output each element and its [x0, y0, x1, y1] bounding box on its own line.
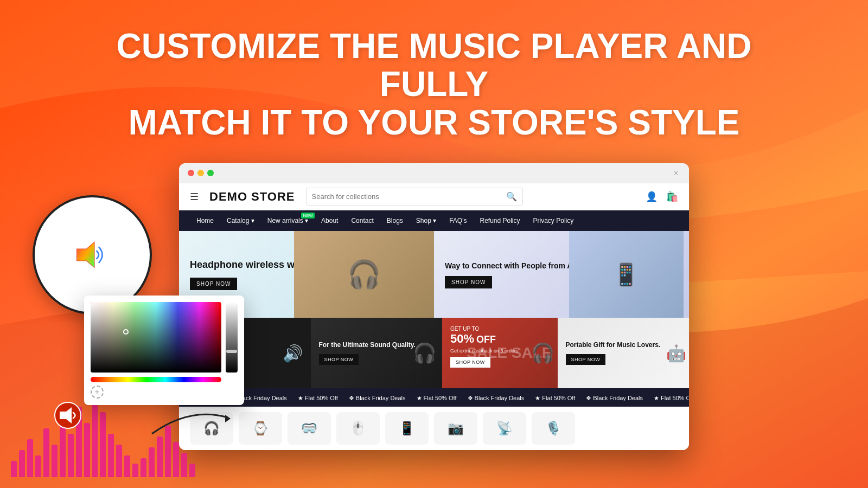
nav-new-arrivals[interactable]: New arrivals ▾	[261, 210, 315, 231]
ticker-item: ❖ Black Friday Deals	[586, 395, 643, 402]
eq-bar-2	[27, 439, 33, 477]
eq-bar-20	[173, 442, 179, 477]
ticker-content: ★ Flat 50% Off ❖ Black Friday Deals ★ Fl…	[179, 395, 689, 402]
products-row: 🎧 ⌚ 🥽 🖱️ 📱 📷 📡 🎙️	[179, 407, 689, 450]
card-3-off: OFF	[476, 334, 496, 345]
eq-bar-11	[100, 412, 106, 477]
eq-bar-1	[19, 450, 25, 477]
user-icon[interactable]: 👤	[646, 191, 658, 203]
hamburger-icon[interactable]: ☰	[190, 191, 199, 203]
svg-marker-2	[77, 243, 94, 267]
svg-marker-3	[225, 415, 231, 422]
speaker-svg	[73, 236, 111, 274]
product-card-3: GET UP TO 50% OFF Get extra cashback on …	[442, 318, 558, 388]
eq-bar-13	[116, 445, 122, 477]
dot-red[interactable]	[188, 170, 194, 176]
nav-home[interactable]: Home	[190, 210, 220, 231]
product-cards: Speaker 's 🔊 For the Ultimate Sound Qual…	[179, 318, 689, 388]
eq-bar-15	[132, 464, 138, 477]
card-2-shop-btn[interactable]: SHOP NOW	[319, 354, 359, 365]
eq-bar-21	[181, 453, 187, 477]
main-headline: CUSTOMIZE THE MUSIC PLAYER AND FULLY MAT…	[81, 27, 787, 142]
brightness-slider[interactable]	[226, 302, 238, 373]
search-bar[interactable]: 🔍	[306, 188, 523, 206]
hero-section: Headphone wireless with Lightning Chargi…	[179, 231, 689, 318]
dot-yellow[interactable]	[197, 170, 204, 176]
product-thumb-6[interactable]: 📷	[434, 412, 477, 445]
product-thumb-4[interactable]: 🖱️	[336, 412, 380, 445]
card-4-title: Portable Gift for Music Lovers.	[566, 341, 661, 349]
nav-catalog[interactable]: Catalog ▾	[220, 210, 261, 231]
product-card-4: Portable Gift for Music Lovers. SHOP NOW…	[558, 318, 690, 388]
ticker-item: ❖ Black Friday Deals	[349, 395, 406, 402]
browser-chrome: ×	[179, 163, 689, 183]
store-header: ☰ DEMO STORE 🔍 👤 🛍️	[179, 183, 689, 210]
store-logo: DEMO STORE	[209, 190, 295, 204]
eq-bar-22	[189, 464, 195, 477]
nav-about[interactable]: About	[315, 210, 344, 231]
eq-bar-0	[11, 461, 17, 477]
hero-right: Way to Connect with People from All Over…	[434, 231, 689, 318]
ticker-item: ★ Flat 50% Off	[535, 395, 575, 402]
eq-bar-17	[149, 447, 155, 477]
ticker-item: ★ Flat 50% Off	[417, 395, 457, 402]
eq-bar-14	[124, 455, 130, 477]
headline-line2: MATCH IT TO YOUR STORE'S STYLE	[128, 103, 739, 142]
sound-icon-button[interactable]	[54, 402, 81, 434]
hero-left-shop-btn[interactable]: SHOP NOW	[190, 278, 237, 290]
color-add-button[interactable]: +	[91, 386, 104, 399]
nav-refund[interactable]: Refund Policy	[473, 210, 526, 231]
eq-bar-5	[52, 445, 58, 477]
eq-bar-12	[108, 434, 114, 477]
card-2-title: For the Ultimate Sound Quality.	[319, 341, 416, 349]
ticker: ★ Flat 50% Off ❖ Black Friday Deals ★ Fl…	[179, 388, 689, 407]
product-thumb-7[interactable]: 📡	[483, 412, 526, 445]
search-input[interactable]	[312, 192, 502, 201]
card-3-badge: GET UP TO	[450, 326, 550, 332]
eq-bar-9	[84, 423, 90, 477]
eq-bar-3	[35, 455, 41, 477]
card-4-text: Portable Gift for Music Lovers. SHOP NOW	[566, 341, 661, 365]
nav-shop[interactable]: Shop ▾	[410, 210, 443, 231]
nav-privacy[interactable]: Privacy Policy	[527, 210, 580, 231]
card-4-shop-btn[interactable]: SHOP NOW	[566, 354, 606, 365]
nav-contact[interactable]: Contact	[344, 210, 380, 231]
eq-bar-10	[92, 396, 98, 477]
product-thumb-5[interactable]: 📱	[385, 412, 429, 445]
header-icons: 👤 🛍️	[646, 191, 678, 203]
cart-icon[interactable]: 🛍️	[666, 191, 678, 203]
arrow-line	[146, 396, 233, 441]
ticker-item: ★ Flat 50% Off	[654, 395, 689, 402]
hue-slider[interactable]	[91, 377, 221, 382]
ticker-item: ★ Flat 50% Off	[298, 395, 338, 402]
eq-bar-4	[43, 428, 49, 477]
product-thumb-3[interactable]: 🥽	[288, 412, 331, 445]
hero-right-shop-btn[interactable]: SHOP NOW	[445, 276, 492, 288]
browser-window: × ☰ DEMO STORE 🔍 👤 🛍️ Home Catalog ▾ New…	[179, 163, 689, 450]
product-thumb-2[interactable]: ⌚	[239, 412, 282, 445]
store-navigation: Home Catalog ▾ New arrivals ▾ About Cont…	[179, 210, 689, 231]
eq-bar-7	[68, 434, 74, 477]
eq-bar-18	[157, 436, 163, 477]
search-icon[interactable]: 🔍	[506, 191, 517, 202]
color-picker[interactable]: +	[84, 296, 244, 405]
nav-blogs[interactable]: Blogs	[380, 210, 410, 231]
nav-faqs[interactable]: FAQ's	[443, 210, 473, 231]
browser-dots	[188, 170, 214, 176]
browser-close-icon[interactable]: ×	[672, 169, 680, 177]
product-thumb-8[interactable]: 🎙️	[532, 412, 575, 445]
ticker-item: ❖ Black Friday Deals	[468, 395, 525, 402]
card-2-text: For the Ultimate Sound Quality. SHOP NOW	[319, 341, 416, 365]
headline-line1: CUSTOMIZE THE MUSIC PLAYER AND FULLY	[116, 27, 751, 104]
product-card-2: For the Ultimate Sound Quality. SHOP NOW…	[311, 318, 443, 388]
dot-green[interactable]	[207, 170, 214, 176]
eq-bar-16	[141, 458, 146, 477]
